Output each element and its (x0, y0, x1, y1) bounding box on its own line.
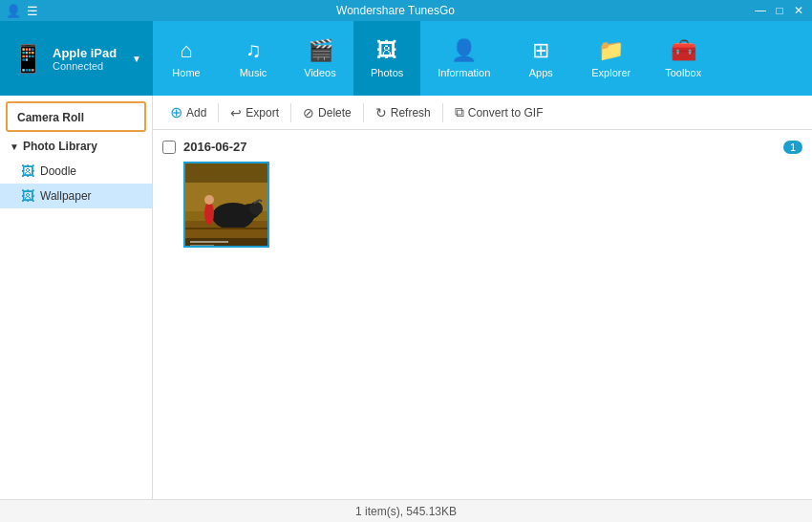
menu-icon[interactable]: ☰ (27, 4, 38, 18)
add-icon: ⊕ (170, 103, 182, 121)
app-title: Wondershare TunesGo (38, 4, 753, 17)
apps-icon: ⊞ (532, 38, 549, 63)
separator-4 (442, 103, 443, 122)
count-badge: 1 (783, 141, 802, 154)
nav-tab-apps[interactable]: ⊞ Apps (507, 21, 574, 96)
device-name: Apple iPad (53, 46, 124, 60)
delete-label: Delete (318, 106, 352, 120)
window-controls: — □ ✕ (753, 4, 806, 17)
add-label: Add (186, 106, 206, 120)
device-section: 📱 Apple iPad Connected ▼ (0, 21, 153, 96)
add-button[interactable]: ⊕ Add (162, 99, 214, 125)
device-status: Connected (53, 60, 124, 72)
delete-button[interactable]: ⊘ Delete (295, 101, 359, 124)
device-info: Apple iPad Connected (53, 46, 124, 72)
sidebar: Camera Roll ▼ Photo Library 🖼 Doodle 🖼 W… (0, 96, 153, 499)
export-icon: ↩ (230, 105, 242, 120)
svg-point-7 (204, 202, 214, 225)
nav-tab-videos[interactable]: 🎬 Videos (287, 21, 353, 96)
nav-tab-toolbox[interactable]: 🧰 Toolbox (648, 21, 718, 96)
nav-tab-music-label: Music (240, 67, 267, 78)
main-layout: Camera Roll ▼ Photo Library 🖼 Doodle 🖼 W… (0, 96, 812, 499)
date-group-header: 2016-06-27 1 (162, 140, 802, 154)
nav-tab-explorer[interactable]: 📁 Explorer (574, 21, 648, 96)
maximize-button[interactable]: □ (772, 4, 787, 17)
separator-1 (218, 103, 219, 122)
camera-roll-header: Camera Roll (6, 101, 146, 132)
videos-icon: 🎬 (308, 38, 333, 63)
photos-icon: 🖼 (376, 38, 397, 63)
nav-tab-apps-label: Apps (529, 67, 553, 78)
nav-tab-explorer-label: Explorer (591, 67, 630, 78)
home-icon: ⌂ (180, 38, 192, 63)
refresh-label: Refresh (391, 106, 431, 120)
svg-point-6 (249, 202, 263, 215)
minimize-button[interactable]: — (753, 4, 768, 17)
content-area: ⊕ Add ↩ Export ⊘ Delete ↻ Refresh ⧉ Conv… (153, 96, 812, 499)
sidebar-item-doodle-label: Doodle (40, 164, 76, 178)
date-group-checkbox[interactable] (162, 141, 176, 154)
separator-2 (290, 103, 291, 122)
photo-thumb-inner (185, 163, 267, 246)
date-label: 2016-06-27 (183, 140, 776, 154)
toolbox-icon: 🧰 (671, 38, 696, 63)
convert-gif-button[interactable]: ⧉ Convert to GIF (447, 100, 551, 124)
export-label: Export (246, 106, 279, 120)
sidebar-item-wallpaper[interactable]: 🖼 Wallpaper (0, 184, 152, 208)
export-button[interactable]: ↩ Export (223, 101, 287, 124)
photo-grid (162, 162, 802, 248)
refresh-icon: ↻ (375, 105, 387, 120)
nav-tab-toolbox-label: Toolbox (665, 67, 701, 78)
separator-3 (363, 103, 364, 122)
svg-rect-11 (190, 241, 228, 243)
status-text: 1 item(s), 545.13KB (355, 505, 457, 518)
photo-thumbnail[interactable] (183, 162, 269, 248)
sidebar-item-doodle[interactable]: 🖼 Doodle (0, 159, 152, 184)
chevron-down-icon: ▼ (10, 141, 19, 152)
nav-tab-information[interactable]: 👤 Information (420, 21, 507, 96)
device-dropdown-icon[interactable]: ▼ (132, 54, 141, 64)
photo-area: 2016-06-27 1 (153, 130, 812, 499)
close-button[interactable]: ✕ (791, 4, 806, 17)
user-icon: 👤 (6, 4, 21, 18)
nav-tab-information-label: Information (438, 67, 490, 78)
nav-bar: 📱 Apple iPad Connected ▼ ⌂ Home ♫ Music … (0, 21, 812, 96)
convert-label: Convert to GIF (468, 106, 544, 120)
information-icon: 👤 (451, 38, 477, 63)
nav-tabs: ⌂ Home ♫ Music 🎬 Videos 🖼 Photos 👤 Infor… (153, 21, 812, 96)
nav-tab-music[interactable]: ♫ Music (220, 21, 287, 96)
photo-library-header: ▼ Photo Library (0, 134, 152, 159)
wallpaper-icon: 🖼 (21, 188, 34, 204)
nav-tab-photos-label: Photos (371, 67, 403, 78)
nav-tab-home-label: Home (172, 67, 200, 78)
convert-icon: ⧉ (455, 104, 464, 120)
svg-rect-12 (190, 245, 214, 246)
nav-tab-home[interactable]: ⌂ Home (153, 21, 220, 96)
nav-tab-videos-label: Videos (304, 67, 335, 78)
title-bar: 👤 ☰ Wondershare TunesGo — □ ✕ (0, 0, 812, 21)
refresh-button[interactable]: ↻ Refresh (368, 101, 438, 124)
status-bar: 1 item(s), 545.13KB (0, 499, 812, 522)
photo-library-label: Photo Library (23, 140, 97, 153)
music-icon: ♫ (246, 38, 262, 63)
svg-point-8 (204, 195, 214, 205)
explorer-icon: 📁 (598, 38, 624, 63)
sidebar-item-wallpaper-label: Wallpaper (40, 189, 92, 203)
delete-icon: ⊘ (303, 105, 314, 120)
doodle-icon: 🖼 (21, 163, 34, 179)
nav-tab-photos[interactable]: 🖼 Photos (353, 21, 420, 96)
device-icon: 📱 (11, 43, 45, 75)
toolbar: ⊕ Add ↩ Export ⊘ Delete ↻ Refresh ⧉ Conv… (153, 96, 812, 130)
